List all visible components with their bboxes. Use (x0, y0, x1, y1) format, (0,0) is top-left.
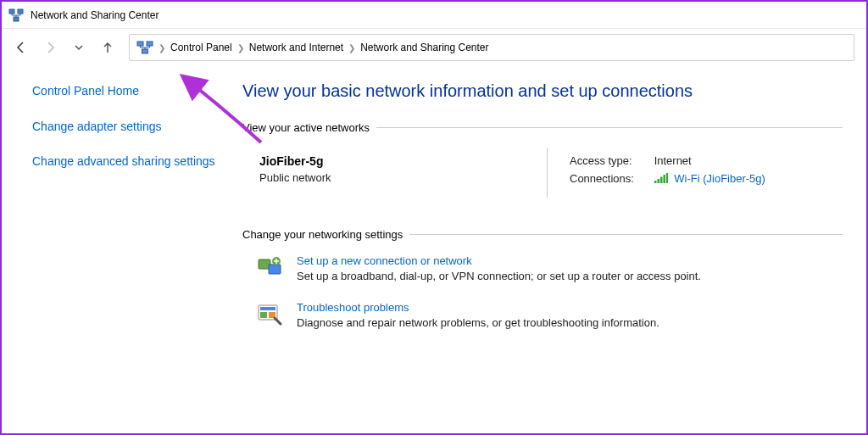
network-center-icon (136, 39, 153, 56)
troubleshoot-option: Troubleshoot problems Diagnose and repai… (256, 301, 843, 329)
window-titlebar: Network and Sharing Center (2, 2, 866, 29)
network-ssid: JioFiber-5g (259, 154, 547, 168)
svg-rect-2 (14, 17, 19, 21)
divider (376, 127, 843, 128)
troubleshoot-link[interactable]: Troubleshoot problems (297, 301, 659, 314)
setup-connection-desc: Set up a broadband, dial-up, or VPN conn… (297, 270, 701, 282)
active-networks-section: View your active networks (242, 121, 843, 134)
active-networks: JioFiber-5g Public network Access type: … (259, 148, 843, 198)
change-settings-section: Change your networking settings (242, 228, 843, 241)
divider (409, 234, 843, 235)
network-center-icon (8, 8, 24, 23)
change-advanced-sharing-link[interactable]: Change advanced sharing settings (32, 153, 222, 170)
access-type-label: Access type: (570, 154, 651, 167)
change-adapter-settings-link[interactable]: Change adapter settings (32, 119, 222, 136)
svg-rect-3 (137, 42, 143, 46)
network-type: Public network (259, 171, 547, 184)
section-title: View your active networks (242, 121, 370, 134)
back-button[interactable] (14, 40, 29, 55)
svg-rect-1 (18, 9, 23, 14)
navigation-bar: ❯ Control Panel ❯ Network and Internet ❯… (2, 29, 866, 66)
svg-rect-4 (147, 42, 153, 46)
sidebar: Control Panel Home Change adapter settin… (2, 66, 222, 433)
setup-connection-icon (256, 254, 283, 282)
page-heading: View your basic network information and … (242, 81, 843, 101)
main-panel: View your basic network information and … (222, 66, 866, 433)
svg-rect-8 (660, 177, 663, 184)
svg-rect-15 (260, 307, 275, 310)
address-bar[interactable]: ❯ Control Panel ❯ Network and Internet ❯… (129, 34, 854, 61)
chevron-right-icon: ❯ (237, 43, 244, 53)
svg-rect-0 (9, 9, 14, 14)
window-title: Network and Sharing Center (31, 9, 159, 21)
svg-rect-5 (142, 49, 148, 53)
section-title: Change your networking settings (242, 228, 403, 241)
forward-button[interactable] (42, 40, 58, 55)
content-area: Control Panel Home Change adapter settin… (2, 66, 866, 433)
setup-connection-link[interactable]: Set up a new connection or network (297, 254, 701, 267)
connections-label: Connections: (570, 172, 651, 185)
network-identity: JioFiber-5g Public network (259, 148, 548, 198)
breadcrumb-control-panel[interactable]: Control Panel (170, 42, 232, 53)
chevron-right-icon: ❯ (159, 43, 165, 53)
breadcrumb-network-internet[interactable]: Network and Internet (249, 42, 343, 53)
wifi-signal-icon (654, 173, 668, 186)
chevron-right-icon: ❯ (348, 43, 355, 53)
svg-rect-7 (657, 179, 659, 183)
setup-connection-option: Set up a new connection or network Set u… (256, 254, 843, 282)
svg-rect-6 (654, 181, 657, 183)
recent-dropdown[interactable] (71, 40, 86, 55)
breadcrumb-network-sharing[interactable]: Network and Sharing Center (360, 42, 488, 53)
up-button[interactable] (100, 40, 115, 55)
network-details: Access type: Internet Connections: Wi-Fi… (548, 148, 843, 198)
svg-rect-12 (269, 265, 281, 274)
svg-rect-16 (260, 312, 267, 318)
connection-link[interactable]: Wi-Fi (JioFiber-5g) (674, 172, 765, 185)
troubleshoot-desc: Diagnose and repair network problems, or… (297, 316, 659, 329)
control-panel-home-link[interactable]: Control Panel Home (32, 83, 222, 100)
access-type-value: Internet (654, 154, 692, 167)
svg-rect-9 (663, 175, 665, 183)
svg-rect-10 (666, 173, 668, 183)
troubleshoot-icon (256, 301, 283, 328)
